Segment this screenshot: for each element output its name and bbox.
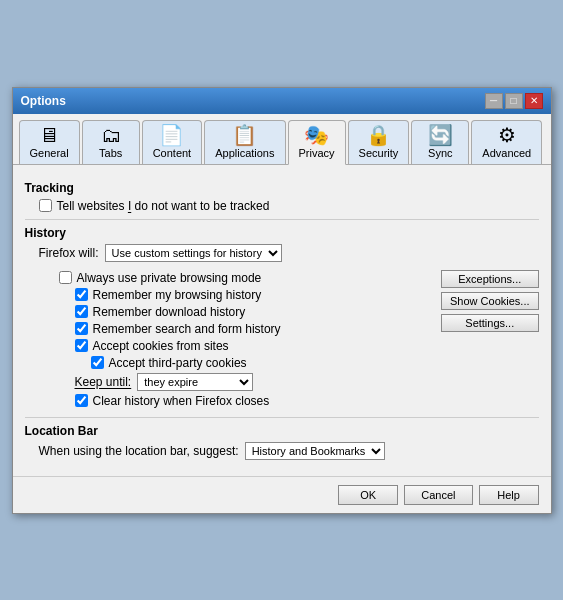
tab-tabs[interactable]: 🗂 Tabs [82,120,140,164]
applications-icon: 📋 [232,125,257,145]
tracking-title: Tracking [25,181,539,195]
tracking-content: Tell websites I do not want to be tracke… [25,199,539,213]
advanced-icon: ⚙ [498,125,516,145]
history-title: History [25,226,539,240]
options-window: Options ─ □ ✕ 🖥 General 🗂 Tabs 📄 Content… [12,87,552,514]
main-content: Tracking Tell websites I do not want to … [13,165,551,476]
remember-download-label: Remember download history [93,305,246,319]
tell-websites-row: Tell websites I do not want to be tracke… [39,199,539,213]
remember-browsing-row: Remember my browsing history [39,288,442,302]
location-bar-row: When using the location bar, suggest: Hi… [39,442,539,460]
history-content: Firefox will: Use custom settings for hi… [25,244,539,411]
location-bar-content: When using the location bar, suggest: Hi… [25,442,539,460]
remember-search-label: Remember search and form history [93,322,281,336]
remember-search-row: Remember search and form history [39,322,442,336]
clear-history-row: Clear history when Firefox closes [39,394,442,408]
sync-icon: 🔄 [428,125,453,145]
content-icon: 📄 [159,125,184,145]
privacy-icon: 🎭 [304,125,329,145]
keep-until-label: Keep until: [75,375,132,389]
keep-until-row: Keep until: they expire I close Firefox … [39,373,442,391]
minimize-button[interactable]: ─ [485,93,503,109]
divider-2 [25,417,539,418]
title-bar-buttons: ─ □ ✕ [485,93,543,109]
accept-cookies-row: Accept cookies from sites [39,339,442,353]
settings-button[interactable]: Settings... [441,314,538,332]
suggest-dropdown[interactable]: History and Bookmarks History Bookmarks … [245,442,385,460]
firefox-will-dropdown[interactable]: Use custom settings for history Remember… [105,244,282,262]
close-button[interactable]: ✕ [525,93,543,109]
always-private-row: Always use private browsing mode [39,271,442,285]
cancel-button[interactable]: Cancel [404,485,472,505]
remember-browsing-checkbox[interactable] [75,288,88,301]
keep-until-dropdown[interactable]: they expire I close Firefox ask me every… [137,373,253,391]
accept-cookies-left: Accept cookies from sites [39,339,229,353]
maximize-button[interactable]: □ [505,93,523,109]
history-section: History Firefox will: Use custom setting… [25,226,539,411]
when-using-label: When using the location bar, suggest: [39,444,239,458]
clear-history-label: Clear history when Firefox closes [93,394,270,408]
remember-download-row: Remember download history [39,305,442,319]
accept-cookies-checkbox[interactable] [75,339,88,352]
tell-websites-checkbox[interactable] [39,199,52,212]
show-cookies-button[interactable]: Show Cookies... [441,292,538,310]
footer-buttons: OK Cancel Help [13,476,551,513]
clear-history-checkbox[interactable] [75,394,88,407]
tracking-section: Tracking Tell websites I do not want to … [25,181,539,213]
exceptions-button[interactable]: Exceptions... [441,270,538,288]
accept-third-party-row: Accept third-party cookies [39,356,442,370]
divider-1 [25,219,539,220]
history-rows-with-buttons: Always use private browsing mode Remembe… [39,268,539,411]
tab-general[interactable]: 🖥 General [19,120,80,164]
tell-websites-label: Tell websites I do not want to be tracke… [57,199,270,213]
title-bar: Options ─ □ ✕ [13,88,551,114]
tab-applications[interactable]: 📋 Applications [204,120,285,164]
tab-sync[interactable]: 🔄 Sync [411,120,469,164]
tab-privacy[interactable]: 🎭 Privacy [288,120,346,165]
remember-search-checkbox[interactable] [75,322,88,335]
history-buttons-right: Exceptions... Show Cookies... Settings..… [441,268,538,411]
tab-content[interactable]: 📄 Content [142,120,203,164]
general-icon: 🖥 [39,125,59,145]
tab-security[interactable]: 🔒 Security [348,120,410,164]
tab-advanced[interactable]: ⚙ Advanced [471,120,542,164]
always-private-checkbox[interactable] [59,271,72,284]
window-title: Options [21,94,66,108]
accept-third-party-label: Accept third-party cookies [109,356,247,370]
tabs-bar: 🖥 General 🗂 Tabs 📄 Content 📋 Application… [13,114,551,165]
remember-browsing-label: Remember my browsing history [93,288,262,302]
remember-download-checkbox[interactable] [75,305,88,318]
help-button[interactable]: Help [479,485,539,505]
location-bar-title: Location Bar [25,424,539,438]
history-rows-left: Always use private browsing mode Remembe… [39,268,442,411]
accept-cookies-label: Accept cookies from sites [93,339,229,353]
accept-third-party-checkbox[interactable] [91,356,104,369]
firefox-will-row: Firefox will: Use custom settings for hi… [39,244,539,262]
always-private-label: Always use private browsing mode [77,271,262,285]
firefox-will-label: Firefox will: [39,246,99,260]
tabs-icon: 🗂 [101,125,121,145]
location-bar-section: Location Bar When using the location bar… [25,424,539,460]
security-icon: 🔒 [366,125,391,145]
ok-button[interactable]: OK [338,485,398,505]
